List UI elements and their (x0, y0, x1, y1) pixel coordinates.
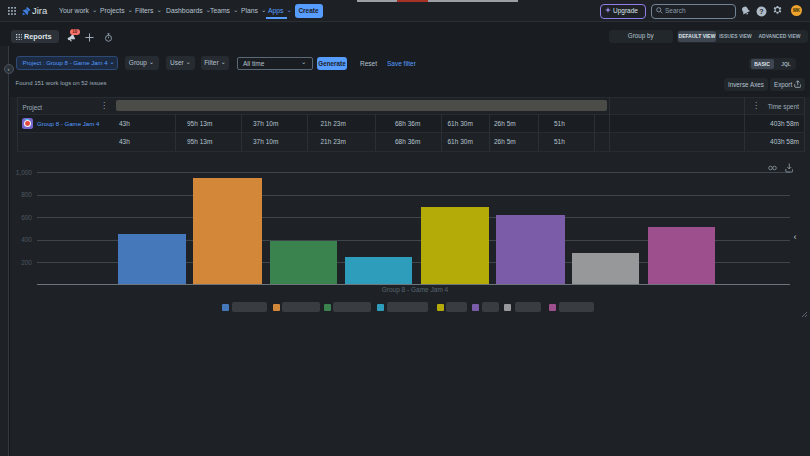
svg-text:?: ? (759, 8, 763, 16)
